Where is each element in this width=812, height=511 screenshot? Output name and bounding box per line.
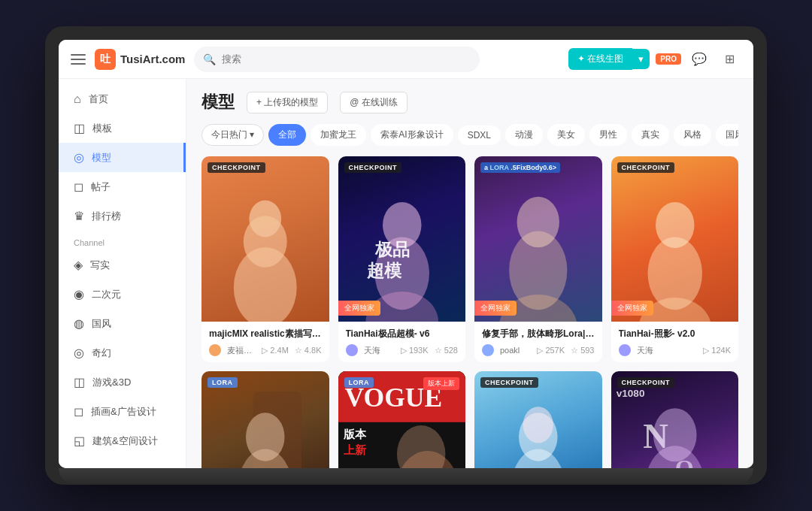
menu-icon[interactable] — [71, 54, 86, 65]
page-header: 模型 + 上传我的模型 @ 在线训练 — [201, 91, 738, 113]
card-info-3: 修复手部，肢体畸形Lora|SD1.5-... poakl ▷ 257K ☆ 5… — [474, 322, 602, 362]
filter-tab-suotai[interactable]: 索泰AI形象设计 — [371, 124, 453, 146]
online-image-dropdown[interactable]: ▾ — [632, 49, 650, 69]
message-button[interactable]: 💬 — [687, 47, 711, 71]
card-image-4: CHECKPOINT 全网独家 — [611, 156, 739, 322]
sidebar-item-game3d[interactable]: ◫ 游戏&3D — [59, 367, 186, 397]
grid-button[interactable]: ⊞ — [717, 47, 741, 71]
sidebar-item-model[interactable]: ◎ 模型 — [59, 143, 186, 172]
online-image-group: ✦ 在线生图 ▾ — [568, 48, 650, 70]
home-icon: ⌂ — [74, 92, 81, 106]
sidebar-item-realistic[interactable]: ◈ 写实 — [59, 250, 186, 280]
filter-tab-beauty[interactable]: 美女 — [547, 124, 585, 146]
card-name-2: TianHai极品超模- v6 — [346, 328, 459, 340]
model-card-1[interactable]: CHECKPOINT majicMIX realistic素描写实- v7 麦福… — [201, 156, 329, 362]
pro-badge: PRO — [656, 53, 681, 65]
card-badge-5: LORA — [208, 377, 238, 388]
card-avatar-2 — [346, 344, 358, 356]
laptop-shell: 吐 TusiArt.com 🔍 ✦ 在线生图 ▾ PRO 💬 ⊞ — [45, 26, 767, 485]
card-badge-6: LORA — [344, 377, 374, 388]
svg-point-17 — [246, 413, 285, 461]
search-input[interactable] — [222, 53, 471, 65]
sidebar-label-scifi: 奇幻 — [92, 346, 111, 360]
model-card-3[interactable]: a LORA .5FixBody0.6> 全网独家 修复手部，肢体畸形Lora|… — [474, 156, 602, 362]
filter-tab-all[interactable]: 全部 — [268, 124, 306, 146]
card-downloads-4: ▷ 124K — [703, 346, 731, 355]
card-badge-1: CHECKPOINT — [208, 162, 265, 173]
sidebar-item-guofeng[interactable]: ◍ 国风 — [59, 309, 186, 338]
card-name-4: TianHai-照影- v2.0 — [619, 328, 732, 340]
architecture-icon: ◱ — [74, 434, 85, 448]
sidebar-label-realistic: 写实 — [90, 259, 110, 272]
card-image-8: v1080 N O CHECKPOINT — [611, 371, 739, 468]
svg-point-35 — [653, 408, 696, 461]
sidebar-label-model: 模型 — [92, 151, 111, 165]
sidebar-label-template: 模板 — [92, 122, 112, 135]
filter-bar: 今日热门 ▾ 全部 加蜜龙王 索泰AI形象设计 SDXL 动漫 美女 男性 真实… — [201, 124, 738, 146]
sidebar-label-ranking: 排行榜 — [92, 210, 121, 223]
card-exclusive-4: 全网独家 — [611, 301, 653, 316]
sidebar-item-architecture[interactable]: ◱ 建筑&空间设计 — [59, 426, 186, 455]
filter-tab-hot[interactable]: 今日热门 ▾ — [201, 124, 264, 146]
ranking-icon: ♛ — [74, 209, 84, 223]
sidebar-label-home: 首页 — [89, 92, 108, 106]
model-icon: ◎ — [74, 150, 84, 165]
filter-tab-style[interactable]: 风格 — [674, 124, 711, 146]
card-image-7: CHECKPOINT — [474, 371, 602, 468]
sidebar-item-home[interactable]: ⌂ 首页 — [59, 85, 186, 113]
card-info-2: TianHai极品超模- v6 天海 ▷ 193K ☆ 528 — [338, 322, 466, 362]
filter-tab-real[interactable]: 真实 — [632, 124, 669, 146]
logo: 吐 TusiArt.com — [95, 49, 185, 70]
search-bar[interactable]: 🔍 — [194, 47, 480, 72]
card-badge-8: CHECKPOINT — [617, 377, 675, 388]
filter-tab-anime[interactable]: 动漫 — [505, 124, 543, 146]
laptop-screen: 吐 TusiArt.com 🔍 ✦ 在线生图 ▾ PRO 💬 ⊞ — [59, 40, 753, 468]
online-image-button[interactable]: ✦ 在线生图 — [568, 48, 632, 70]
logo-icon: 吐 — [95, 49, 116, 70]
card-badge-2: CHECKPOINT — [344, 162, 402, 173]
svg-point-12 — [647, 237, 701, 310]
model-card-8[interactable]: v1080 N O CHECKPOINT — [611, 371, 739, 468]
realistic-icon: ◈ — [74, 258, 83, 272]
sidebar-item-anime[interactable]: ◉ 二次元 — [59, 280, 186, 309]
card-exclusive-3: 全网独家 — [474, 301, 517, 316]
model-card-2[interactable]: 极品 超模 CHECKPOINT 全网独家 TianHai极品超模- v6 — [338, 156, 466, 362]
sidebar-item-post[interactable]: ◻ 帖子 — [59, 172, 186, 201]
post-icon: ◻ — [74, 180, 83, 194]
filter-tab-jiaselong[interactable]: 加蜜龙王 — [311, 124, 366, 146]
card-stars-1: ☆ 4.8K — [295, 346, 322, 355]
card-badge-4: CHECKPOINT — [617, 162, 675, 173]
page-title: 模型 — [201, 91, 235, 113]
model-card-7[interactable]: CHECKPOINT — [474, 371, 602, 468]
svg-point-2 — [249, 201, 281, 237]
card-badge-7: CHECKPOINT — [480, 377, 538, 388]
sidebar-item-template[interactable]: ◫ 模板 — [59, 113, 186, 143]
sidebar-item-ranking[interactable]: ♛ 排行榜 — [59, 201, 186, 231]
train-button[interactable]: @ 在线训练 — [340, 92, 408, 113]
model-card-4[interactable]: CHECKPOINT 全网独家 TianHai-照影- v2.0 天海 ▷ 12… — [611, 156, 739, 362]
filter-tab-male[interactable]: 男性 — [589, 124, 627, 146]
filter-tab-sdxl[interactable]: SDXL — [458, 125, 501, 145]
top-bar: 吐 TusiArt.com 🔍 ✦ 在线生图 ▾ PRO 💬 ⊞ — [59, 40, 753, 79]
sidebar-label-post: 帖子 — [91, 180, 111, 194]
upload-model-button[interactable]: + 上传我的模型 — [247, 92, 328, 113]
card-info-1: majicMIX realistic素描写实- v7 麦福ME... ▷ 2.4… — [201, 322, 329, 362]
sidebar-label-game3d: 游戏&3D — [92, 376, 131, 389]
top-actions: ✦ 在线生图 ▾ PRO 💬 ⊞ — [568, 47, 741, 71]
search-icon: 🔍 — [203, 53, 216, 65]
content-area: 模型 + 上传我的模型 @ 在线训练 今日热门 ▾ 全部 加蜜龙王 索泰AI形象… — [186, 79, 753, 468]
illustration-icon: ◻ — [74, 404, 83, 419]
model-grid: CHECKPOINT majicMIX realistic素描写实- v7 麦福… — [201, 156, 738, 468]
game3d-icon: ◫ — [74, 375, 85, 389]
model-card-5[interactable]: LORA — [201, 371, 329, 468]
card-meta-3: poakl ▷ 257K ☆ 593 — [482, 344, 595, 356]
sidebar-item-illustration[interactable]: ◻ 插画&广告设计 — [59, 397, 186, 426]
svg-point-28 — [523, 407, 553, 443]
card-avatar-4 — [619, 344, 631, 356]
card-author-1: 麦福ME... — [227, 345, 256, 356]
card-exclusive-2: 全网独家 — [338, 301, 380, 316]
model-card-6[interactable]: VOGUE 版本 上新 LORA 版本上新 — [338, 371, 466, 468]
filter-tab-guofeng[interactable]: 国风 — [716, 124, 738, 146]
sidebar-item-scifi[interactable]: ◎ 奇幻 — [59, 338, 186, 367]
channel-label: Channel — [59, 231, 186, 250]
